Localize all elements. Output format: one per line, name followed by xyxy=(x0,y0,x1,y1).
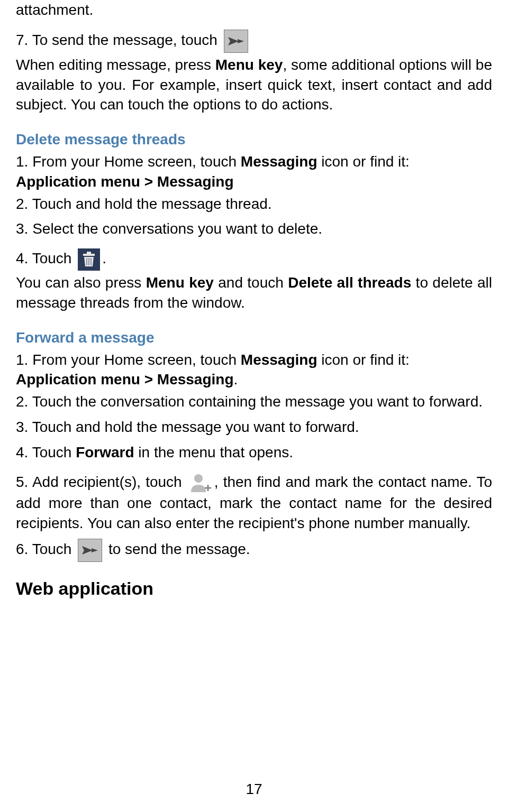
bold-text: Delete all threads xyxy=(288,274,411,291)
bold-text: Menu key xyxy=(215,57,283,73)
bold-text: Messaging xyxy=(241,153,318,170)
bold-text: Forward xyxy=(76,444,134,460)
svg-marker-11 xyxy=(92,548,98,552)
forward-step-5: 5. Add recipient(s), touch , then find a… xyxy=(16,472,492,533)
svg-marker-10 xyxy=(82,546,93,555)
text: You can also press xyxy=(16,274,146,291)
text: icon or find it: xyxy=(318,352,410,368)
delete-step-2: 2. Touch and hold the message thread. xyxy=(16,194,492,214)
forward-step-2: 2. Touch the conversation containing the… xyxy=(16,392,492,412)
delete-also: You can also press Menu key and touch De… xyxy=(16,273,492,313)
send-icon xyxy=(224,30,248,53)
svg-point-7 xyxy=(194,474,203,483)
bold-text: Application menu > Messaging xyxy=(16,173,234,190)
bold-text: Messaging xyxy=(241,352,318,368)
step-7: 7. To send the message, touch xyxy=(16,30,492,53)
send-icon xyxy=(78,539,102,562)
add-contact-icon xyxy=(189,472,212,493)
heading-forward-message: Forward a message xyxy=(16,328,492,348)
forward-step-3: 3. Touch and hold the message you want t… xyxy=(16,417,492,437)
heading-delete-threads: Delete message threads xyxy=(16,130,492,150)
svg-rect-3 xyxy=(87,252,91,254)
text: in the menu that opens. xyxy=(134,444,293,460)
svg-rect-2 xyxy=(83,254,95,256)
text: to send the message. xyxy=(104,541,250,557)
text: 1. From your Home screen, touch xyxy=(16,153,241,170)
text: 6. Touch xyxy=(16,541,76,557)
text: When editing message, press xyxy=(16,57,215,73)
forward-step-6: 6. Touch to send the message. xyxy=(16,539,492,562)
text: and touch xyxy=(214,274,288,291)
text: 4. Touch xyxy=(16,251,76,267)
text: 1. From your Home screen, touch xyxy=(16,352,241,368)
step-7-pre: 7. To send the message, touch xyxy=(16,32,217,48)
heading-web-application: Web application xyxy=(16,577,492,601)
delete-step-1: 1. From your Home screen, touch Messagin… xyxy=(16,152,492,192)
svg-marker-1 xyxy=(238,39,244,43)
text: . xyxy=(234,371,238,387)
delete-step-3: 3. Select the conversations you want to … xyxy=(16,219,492,239)
step-7-editing: When editing message, press Menu key, so… xyxy=(16,55,492,115)
text: 5. Add recipient(s), touch xyxy=(16,474,187,490)
page-number: 17 xyxy=(0,779,508,799)
forward-step-1: 1. From your Home screen, touch Messagin… xyxy=(16,350,492,390)
text: icon or find it: xyxy=(318,153,410,170)
trash-icon xyxy=(78,248,100,271)
document-page: attachment. 7. To send the message, touc… xyxy=(16,0,492,601)
bold-text: Application menu > Messaging xyxy=(16,371,234,387)
text-fragment: attachment. xyxy=(16,0,492,20)
delete-step-4: 4. Touch . xyxy=(16,248,492,271)
forward-step-4: 4. Touch Forward in the menu that opens. xyxy=(16,442,492,463)
text: 4. Touch xyxy=(16,444,76,460)
svg-marker-0 xyxy=(228,37,239,45)
text: . xyxy=(102,251,106,267)
bold-text: Menu key xyxy=(146,274,214,291)
